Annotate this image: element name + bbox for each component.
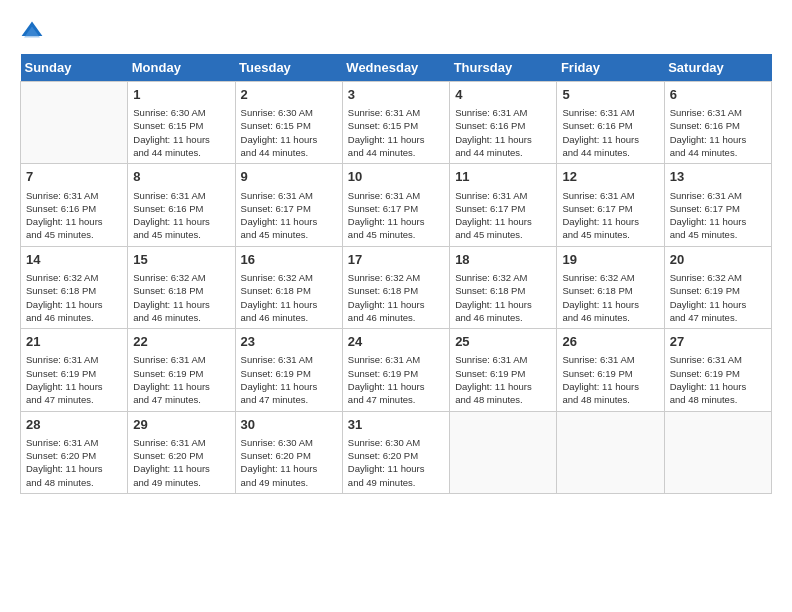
- calendar-cell: 27Sunrise: 6:31 AM Sunset: 6:19 PM Dayli…: [664, 329, 771, 411]
- day-number: 28: [26, 416, 122, 434]
- logo: [20, 20, 48, 44]
- day-info: Sunrise: 6:32 AM Sunset: 6:18 PM Dayligh…: [26, 271, 122, 324]
- calendar-cell: 29Sunrise: 6:31 AM Sunset: 6:20 PM Dayli…: [128, 411, 235, 493]
- calendar-cell: [450, 411, 557, 493]
- day-number: 23: [241, 333, 337, 351]
- day-info: Sunrise: 6:32 AM Sunset: 6:18 PM Dayligh…: [562, 271, 658, 324]
- day-number: 8: [133, 168, 229, 186]
- day-number: 10: [348, 168, 444, 186]
- calendar-cell: 5Sunrise: 6:31 AM Sunset: 6:16 PM Daylig…: [557, 82, 664, 164]
- day-info: Sunrise: 6:31 AM Sunset: 6:20 PM Dayligh…: [26, 436, 122, 489]
- day-number: 17: [348, 251, 444, 269]
- calendar-cell: 1Sunrise: 6:30 AM Sunset: 6:15 PM Daylig…: [128, 82, 235, 164]
- calendar-week-row: 7Sunrise: 6:31 AM Sunset: 6:16 PM Daylig…: [21, 164, 772, 246]
- calendar-cell: 13Sunrise: 6:31 AM Sunset: 6:17 PM Dayli…: [664, 164, 771, 246]
- calendar-cell: 31Sunrise: 6:30 AM Sunset: 6:20 PM Dayli…: [342, 411, 449, 493]
- calendar-header-row: SundayMondayTuesdayWednesdayThursdayFrid…: [21, 54, 772, 82]
- calendar-week-row: 1Sunrise: 6:30 AM Sunset: 6:15 PM Daylig…: [21, 82, 772, 164]
- page-header: [20, 20, 772, 44]
- day-number: 25: [455, 333, 551, 351]
- day-number: 24: [348, 333, 444, 351]
- day-info: Sunrise: 6:30 AM Sunset: 6:15 PM Dayligh…: [241, 106, 337, 159]
- day-info: Sunrise: 6:30 AM Sunset: 6:20 PM Dayligh…: [241, 436, 337, 489]
- calendar-cell: [557, 411, 664, 493]
- day-info: Sunrise: 6:32 AM Sunset: 6:18 PM Dayligh…: [455, 271, 551, 324]
- calendar-cell: 26Sunrise: 6:31 AM Sunset: 6:19 PM Dayli…: [557, 329, 664, 411]
- calendar-cell: 24Sunrise: 6:31 AM Sunset: 6:19 PM Dayli…: [342, 329, 449, 411]
- day-info: Sunrise: 6:31 AM Sunset: 6:17 PM Dayligh…: [455, 189, 551, 242]
- day-info: Sunrise: 6:31 AM Sunset: 6:15 PM Dayligh…: [348, 106, 444, 159]
- day-info: Sunrise: 6:31 AM Sunset: 6:17 PM Dayligh…: [348, 189, 444, 242]
- calendar-cell: 30Sunrise: 6:30 AM Sunset: 6:20 PM Dayli…: [235, 411, 342, 493]
- day-info: Sunrise: 6:31 AM Sunset: 6:17 PM Dayligh…: [241, 189, 337, 242]
- day-number: 6: [670, 86, 766, 104]
- day-number: 20: [670, 251, 766, 269]
- day-info: Sunrise: 6:31 AM Sunset: 6:17 PM Dayligh…: [670, 189, 766, 242]
- calendar-cell: 2Sunrise: 6:30 AM Sunset: 6:15 PM Daylig…: [235, 82, 342, 164]
- calendar-cell: 23Sunrise: 6:31 AM Sunset: 6:19 PM Dayli…: [235, 329, 342, 411]
- calendar-week-row: 14Sunrise: 6:32 AM Sunset: 6:18 PM Dayli…: [21, 246, 772, 328]
- day-info: Sunrise: 6:31 AM Sunset: 6:19 PM Dayligh…: [241, 353, 337, 406]
- day-number: 9: [241, 168, 337, 186]
- day-info: Sunrise: 6:31 AM Sunset: 6:17 PM Dayligh…: [562, 189, 658, 242]
- calendar-cell: 14Sunrise: 6:32 AM Sunset: 6:18 PM Dayli…: [21, 246, 128, 328]
- day-number: 7: [26, 168, 122, 186]
- calendar-cell: 28Sunrise: 6:31 AM Sunset: 6:20 PM Dayli…: [21, 411, 128, 493]
- day-number: 12: [562, 168, 658, 186]
- day-info: Sunrise: 6:32 AM Sunset: 6:19 PM Dayligh…: [670, 271, 766, 324]
- calendar-cell: 19Sunrise: 6:32 AM Sunset: 6:18 PM Dayli…: [557, 246, 664, 328]
- day-number: 29: [133, 416, 229, 434]
- day-number: 11: [455, 168, 551, 186]
- day-info: Sunrise: 6:32 AM Sunset: 6:18 PM Dayligh…: [348, 271, 444, 324]
- calendar-cell: 7Sunrise: 6:31 AM Sunset: 6:16 PM Daylig…: [21, 164, 128, 246]
- day-info: Sunrise: 6:30 AM Sunset: 6:20 PM Dayligh…: [348, 436, 444, 489]
- day-info: Sunrise: 6:30 AM Sunset: 6:15 PM Dayligh…: [133, 106, 229, 159]
- day-header-sunday: Sunday: [21, 54, 128, 82]
- day-info: Sunrise: 6:31 AM Sunset: 6:16 PM Dayligh…: [562, 106, 658, 159]
- calendar-cell: 18Sunrise: 6:32 AM Sunset: 6:18 PM Dayli…: [450, 246, 557, 328]
- calendar-cell: 11Sunrise: 6:31 AM Sunset: 6:17 PM Dayli…: [450, 164, 557, 246]
- calendar-cell: 8Sunrise: 6:31 AM Sunset: 6:16 PM Daylig…: [128, 164, 235, 246]
- calendar-cell: 16Sunrise: 6:32 AM Sunset: 6:18 PM Dayli…: [235, 246, 342, 328]
- day-number: 18: [455, 251, 551, 269]
- day-info: Sunrise: 6:31 AM Sunset: 6:19 PM Dayligh…: [670, 353, 766, 406]
- calendar-cell: 3Sunrise: 6:31 AM Sunset: 6:15 PM Daylig…: [342, 82, 449, 164]
- calendar-cell: 21Sunrise: 6:31 AM Sunset: 6:19 PM Dayli…: [21, 329, 128, 411]
- day-header-tuesday: Tuesday: [235, 54, 342, 82]
- calendar-week-row: 21Sunrise: 6:31 AM Sunset: 6:19 PM Dayli…: [21, 329, 772, 411]
- day-header-wednesday: Wednesday: [342, 54, 449, 82]
- calendar-cell: 9Sunrise: 6:31 AM Sunset: 6:17 PM Daylig…: [235, 164, 342, 246]
- calendar-cell: 6Sunrise: 6:31 AM Sunset: 6:16 PM Daylig…: [664, 82, 771, 164]
- day-info: Sunrise: 6:32 AM Sunset: 6:18 PM Dayligh…: [133, 271, 229, 324]
- day-number: 4: [455, 86, 551, 104]
- day-number: 19: [562, 251, 658, 269]
- calendar-cell: 10Sunrise: 6:31 AM Sunset: 6:17 PM Dayli…: [342, 164, 449, 246]
- calendar-cell: 22Sunrise: 6:31 AM Sunset: 6:19 PM Dayli…: [128, 329, 235, 411]
- day-info: Sunrise: 6:31 AM Sunset: 6:20 PM Dayligh…: [133, 436, 229, 489]
- calendar-cell: [664, 411, 771, 493]
- logo-icon: [20, 20, 44, 44]
- day-info: Sunrise: 6:31 AM Sunset: 6:16 PM Dayligh…: [133, 189, 229, 242]
- calendar-cell: [21, 82, 128, 164]
- day-number: 27: [670, 333, 766, 351]
- day-info: Sunrise: 6:32 AM Sunset: 6:18 PM Dayligh…: [241, 271, 337, 324]
- day-info: Sunrise: 6:31 AM Sunset: 6:16 PM Dayligh…: [26, 189, 122, 242]
- calendar-cell: 20Sunrise: 6:32 AM Sunset: 6:19 PM Dayli…: [664, 246, 771, 328]
- day-number: 31: [348, 416, 444, 434]
- day-number: 1: [133, 86, 229, 104]
- calendar-cell: 12Sunrise: 6:31 AM Sunset: 6:17 PM Dayli…: [557, 164, 664, 246]
- day-number: 22: [133, 333, 229, 351]
- day-info: Sunrise: 6:31 AM Sunset: 6:19 PM Dayligh…: [348, 353, 444, 406]
- day-number: 15: [133, 251, 229, 269]
- calendar-week-row: 28Sunrise: 6:31 AM Sunset: 6:20 PM Dayli…: [21, 411, 772, 493]
- day-header-friday: Friday: [557, 54, 664, 82]
- calendar-cell: 25Sunrise: 6:31 AM Sunset: 6:19 PM Dayli…: [450, 329, 557, 411]
- day-info: Sunrise: 6:31 AM Sunset: 6:19 PM Dayligh…: [26, 353, 122, 406]
- day-number: 5: [562, 86, 658, 104]
- calendar-cell: 17Sunrise: 6:32 AM Sunset: 6:18 PM Dayli…: [342, 246, 449, 328]
- day-header-thursday: Thursday: [450, 54, 557, 82]
- day-info: Sunrise: 6:31 AM Sunset: 6:19 PM Dayligh…: [562, 353, 658, 406]
- day-number: 14: [26, 251, 122, 269]
- day-info: Sunrise: 6:31 AM Sunset: 6:16 PM Dayligh…: [670, 106, 766, 159]
- day-number: 30: [241, 416, 337, 434]
